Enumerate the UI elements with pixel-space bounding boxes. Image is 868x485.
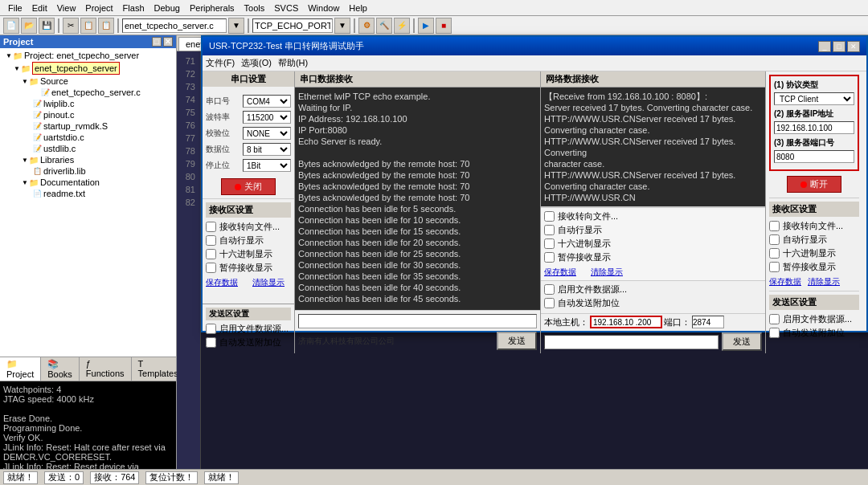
net-send-opt-2-label: 自动发送附加位 [558,297,620,309]
tree-libraries[interactable]: ▼ 📁 Libraries [21,154,174,165]
serial-clear-link[interactable]: 清除显示 [252,277,285,288]
nss-check-2[interactable] [769,328,780,338]
panel-float-btn[interactable]: □ [152,37,162,47]
net-recv-opt-1: 接收转向文件... [544,210,762,222]
tree-source[interactable]: ▼ 📁 Source [21,75,174,87]
nss-check-1[interactable] [769,314,780,324]
net-recv-check-4[interactable] [544,252,555,263]
tab-functions[interactable]: ƒ Functions [80,357,132,381]
tree-file-1[interactable]: 📝 enet_tcpecho_server.c [32,87,174,98]
recv-checkbox-3[interactable] [206,249,216,259]
tree-file-5[interactable]: 📝 uartstdio.c [32,132,174,143]
tree-docs[interactable]: ▼ 📁 Documentation [21,177,174,188]
tree-lib-file[interactable]: 📋 driverlib.lib [32,165,174,177]
functions-tab-icon: ƒ [86,359,91,369]
tab-books[interactable]: 📚 Books [41,357,80,381]
cut-btn[interactable]: ✂ [63,18,79,34]
paste-btn[interactable]: 📋 [98,18,114,34]
target-dropdown-btn[interactable]: ▼ [334,18,350,34]
server-ip-input[interactable] [774,121,854,134]
menu-flash[interactable]: Flash [118,2,149,14]
sep4 [354,18,355,33]
menu-edit[interactable]: Edit [27,2,52,14]
save-btn[interactable]: 💾 [39,18,55,34]
serial-send-button[interactable]: 发送 [497,332,537,350]
open-btn[interactable]: 📂 [21,18,37,34]
stopbits-select[interactable]: 1Bit [243,159,291,172]
net-recv-check-2[interactable] [544,225,555,235]
dialog-menu-help[interactable]: 帮助(H) [278,57,308,69]
tree-file-3[interactable]: 📝 pinout.c [32,109,174,120]
menu-project[interactable]: Project [80,2,117,14]
net-send-input[interactable]: http://www.usr.cn [544,335,719,349]
send-checkbox-2[interactable] [206,337,216,348]
net-recv-check-3[interactable] [544,238,555,249]
menu-help[interactable]: Help [344,2,372,14]
templates-tab-label: Templates [138,369,178,378]
tab-project[interactable]: 📁 Project [0,357,41,381]
connect-button[interactable]: 断开 [787,176,841,193]
dialog-menu-options[interactable]: 选项(O) [241,57,272,69]
stop-btn[interactable]: ■ [436,18,452,34]
nsr-save-link[interactable]: 保存数据 [769,276,801,287]
databits-select[interactable]: 8 bit [243,143,291,156]
send-checkbox-1[interactable] [206,324,216,334]
net-recv-check-1[interactable] [544,211,555,222]
port-number-select[interactable]: COM4 [243,95,291,108]
tree-project-root[interactable]: ▼ 📁 Project: enet_tcpecho_server [2,50,174,61]
server-port-input[interactable] [774,150,854,163]
net-save-link[interactable]: 保存数据 [544,267,576,278]
panel-close-btn[interactable]: ✕ [163,37,173,47]
net-clear-link[interactable]: 清除显示 [591,267,623,278]
menu-file[interactable]: File [3,2,27,14]
dialog-menu-file[interactable]: 文件(F) [206,57,235,69]
dropdown-btn[interactable]: ▼ [228,18,244,34]
menu-debug[interactable]: Debug [149,2,185,14]
tree-file-4[interactable]: 📝 startup_rvmdk.S [32,120,174,132]
flash-btn[interactable]: ⚡ [394,18,410,34]
nsr-check-1[interactable] [769,221,780,231]
net-send-check-2[interactable] [544,298,555,308]
net-send-button[interactable]: 发送 [722,332,762,351]
menu-window[interactable]: Window [303,2,344,14]
target-input[interactable] [252,18,333,33]
nsr-check-4[interactable] [769,262,780,272]
dialog-maximize-btn[interactable]: □ [833,41,845,52]
tree-file-6[interactable]: 📝 ustdlib.c [32,143,174,154]
dialog-minimize-btn[interactable]: _ [818,41,831,52]
build-btn[interactable]: ⚙ [358,18,375,34]
local-port-input[interactable] [692,316,724,328]
menu-tools[interactable]: Tools [240,2,270,14]
parity-select[interactable]: NONE [243,127,291,140]
reset-count-btn[interactable]: 复位计数！ [145,471,198,484]
tree-file-2[interactable]: 📝 lwiplib.c [32,98,174,109]
protocol-select[interactable]: TCP Client [774,92,854,105]
nsr-check-2[interactable] [769,234,780,245]
local-host-input[interactable] [590,316,662,328]
menu-view[interactable]: View [52,2,81,14]
rebuild-btn[interactable]: 🔨 [376,18,392,34]
port-close-button[interactable]: 关闭 [221,178,276,195]
recv-checkbox-4[interactable] [206,263,216,273]
net-settings-col: (1) 协议类型 TCP Client (2) 服务器IP地址 (3) 服务器端… [766,71,866,353]
menu-bar: File Edit View Project Flash Debug Perip… [0,0,868,16]
file-input[interactable] [122,18,227,33]
tree-server[interactable]: ▼ 📁 enet_tcpecho_server [13,61,174,75]
nsr-opt-4: 暂停接收显示 [769,261,859,273]
dialog-close-btn[interactable]: ✕ [847,41,860,52]
debug-btn[interactable]: ▶ [418,18,434,34]
copy-btn[interactable]: 📋 [80,18,96,34]
baud-select[interactable]: 115200 [243,111,291,124]
tree-readme[interactable]: 📄 readme.txt [32,188,174,199]
recv-checkbox-1[interactable] [206,222,216,232]
menu-peripherals[interactable]: Peripherals [185,2,240,14]
serial-save-link[interactable]: 保存数据 [206,277,238,288]
nsr-check-3[interactable] [769,248,780,259]
toolbar: 📄 📂 💾 ✂ 📋 📋 ▼ ▼ ⚙ 🔨 ⚡ ▶ ■ [0,16,868,35]
nsr-clear-link[interactable]: 清除显示 [808,276,840,287]
new-btn[interactable]: 📄 [3,18,19,34]
menu-svcs[interactable]: SVCS [269,2,303,14]
recv-checkbox-2[interactable] [206,235,216,246]
serial-send-input[interactable] [298,314,537,328]
net-send-check-1[interactable] [544,284,555,295]
